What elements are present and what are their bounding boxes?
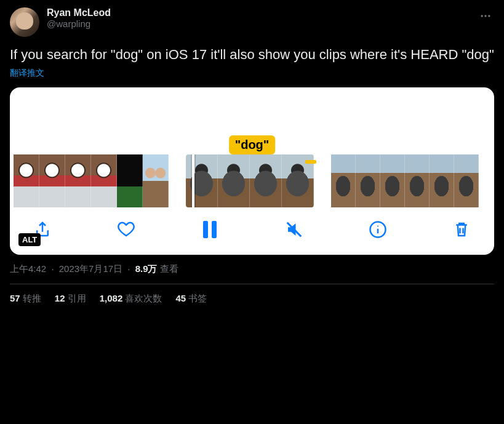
meta-separator: · — [127, 263, 130, 274]
playhead[interactable] — [192, 154, 194, 207]
svg-point-0 — [481, 15, 483, 17]
tweet-meta[interactable]: 上午4:42 · 2023年7月17日 · 8.9万 查看 — [10, 263, 494, 275]
quotes-label: 引用 — [65, 293, 86, 303]
svg-point-6 — [377, 225, 378, 226]
user-handle: @warpling — [47, 18, 470, 29]
video-frame — [331, 154, 356, 207]
user-names[interactable]: Ryan McLeod @warpling — [47, 7, 470, 29]
bookmarks-label: 书签 — [186, 293, 207, 303]
media-toolbar — [10, 208, 494, 255]
meta-separator: · — [51, 263, 54, 274]
tweet-date: 2023年7月17日 — [59, 263, 122, 274]
video-frame — [65, 154, 91, 207]
svg-point-2 — [488, 15, 490, 17]
likes-stat[interactable]: 1,082 喜欢次数 — [100, 293, 162, 305]
mute-icon[interactable] — [284, 219, 305, 240]
video-frame — [143, 154, 169, 207]
likes-count: 1,082 — [100, 293, 123, 303]
bookmarks-stat[interactable]: 45 书签 — [175, 293, 207, 305]
clip-group-3[interactable] — [331, 154, 479, 207]
media-attachment[interactable]: "dog" — [10, 87, 494, 255]
media-whitespace — [10, 87, 494, 135]
stats-row: 57 转推 12 引用 1,082 喜欢次数 45 书签 — [10, 284, 494, 313]
display-name: Ryan McLeod — [47, 7, 470, 18]
video-frame — [380, 154, 405, 207]
retweets-count: 57 — [10, 293, 20, 303]
retweets-stat[interactable]: 57 转推 — [10, 293, 41, 305]
retweets-label: 转推 — [20, 293, 41, 303]
translate-link[interactable]: 翻译推文 — [10, 68, 494, 79]
tweet-container: Ryan McLeod @warpling If you search for … — [0, 0, 504, 313]
clip-group-1[interactable] — [14, 154, 169, 207]
quotes-count: 12 — [55, 293, 65, 303]
video-frame — [14, 154, 39, 207]
video-frame — [186, 154, 218, 207]
timeline-marker — [305, 160, 316, 164]
views-count: 8.9万 — [135, 263, 158, 274]
clip-group-2[interactable] — [186, 154, 314, 207]
video-frame — [430, 154, 454, 207]
video-frame — [39, 154, 65, 207]
tweet-time: 上午4:42 — [10, 263, 46, 274]
video-frame — [250, 154, 282, 207]
views-label: 查看 — [158, 263, 178, 274]
more-options-icon[interactable] — [477, 7, 494, 25]
heart-icon[interactable] — [116, 219, 137, 240]
avatar[interactable] — [10, 7, 39, 37]
quotes-stat[interactable]: 12 引用 — [55, 293, 86, 305]
video-frame — [405, 154, 430, 207]
alt-badge[interactable]: ALT — [18, 233, 41, 246]
tweet-header: Ryan McLeod @warpling — [10, 7, 494, 37]
pause-icon[interactable] — [199, 219, 220, 240]
video-frame — [117, 154, 143, 207]
bookmarks-count: 45 — [175, 293, 186, 303]
trash-icon[interactable] — [451, 219, 472, 240]
info-icon[interactable] — [367, 219, 388, 240]
search-term-badge: "dog" — [229, 135, 276, 154]
likes-label: 喜欢次数 — [122, 293, 162, 303]
svg-point-1 — [484, 15, 486, 17]
video-frame — [356, 154, 380, 207]
video-frame — [454, 154, 479, 207]
tweet-text: If you search for "dog" on iOS 17 it'll … — [10, 46, 494, 64]
video-frame — [218, 154, 250, 207]
video-frame — [91, 154, 117, 207]
